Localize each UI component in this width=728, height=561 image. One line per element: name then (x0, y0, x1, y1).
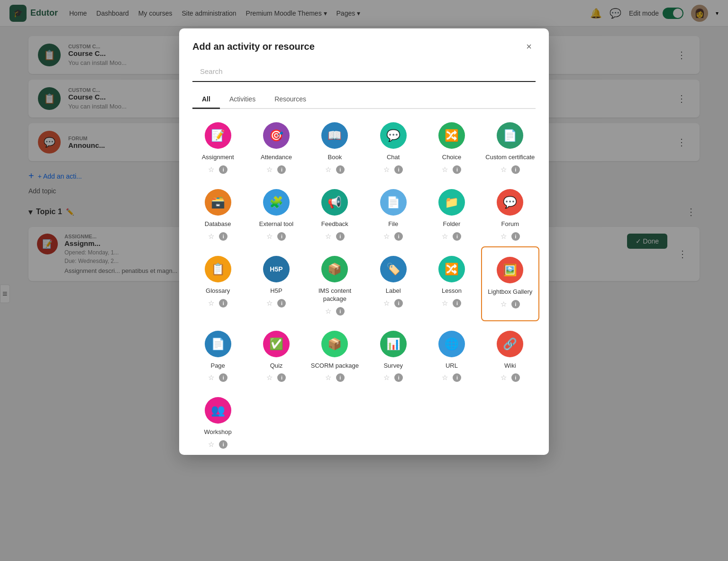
star-button-database[interactable]: ☆ (208, 232, 214, 241)
activity-actions-forum: ☆i (500, 232, 520, 241)
info-button-attendance[interactable]: i (277, 165, 286, 174)
star-button-ims-content-package[interactable]: ☆ (325, 307, 331, 316)
tab-activities[interactable]: Activities (220, 90, 265, 109)
info-button-chat[interactable]: i (394, 165, 403, 174)
info-button-folder[interactable]: i (453, 232, 461, 241)
activity-item-label[interactable]: 🏷️Label☆i (364, 246, 422, 321)
star-button-assignment[interactable]: ☆ (208, 165, 214, 174)
search-input[interactable] (192, 62, 536, 82)
activity-item-wiki[interactable]: 🔗Wiki☆i (481, 321, 539, 388)
activity-icon-scorm-package: 📦 (321, 331, 348, 357)
activity-icon-book: 📖 (321, 122, 348, 149)
star-button-attendance[interactable]: ☆ (266, 165, 273, 174)
activity-item-attendance[interactable]: 🎯Attendance☆i (247, 113, 305, 180)
star-button-lesson[interactable]: ☆ (442, 299, 448, 308)
info-button-assignment[interactable]: i (219, 165, 228, 174)
activity-item-file[interactable]: 📄File☆i (364, 180, 422, 246)
info-button-h5p[interactable]: i (277, 299, 286, 308)
info-button-custom-certificate[interactable]: i (511, 165, 520, 174)
activity-item-database[interactable]: 🗃️Database☆i (189, 180, 247, 246)
star-button-folder[interactable]: ☆ (442, 232, 448, 241)
info-button-quiz[interactable]: i (277, 373, 286, 382)
tab-all[interactable]: All (192, 90, 220, 109)
info-button-file[interactable]: i (394, 232, 403, 241)
activity-name-choice: Choice (442, 154, 461, 162)
info-button-scorm-package[interactable]: i (336, 373, 345, 382)
activity-item-lesson[interactable]: 🔀Lesson☆i (422, 246, 481, 321)
activity-item-quiz[interactable]: ✅Quiz☆i (247, 321, 305, 388)
activity-item-choice[interactable]: 🔀Choice☆i (422, 113, 481, 180)
star-button-forum[interactable]: ☆ (500, 232, 507, 241)
info-button-url[interactable]: i (453, 373, 461, 382)
activity-item-book[interactable]: 📖Book☆i (306, 113, 364, 180)
info-button-glossary[interactable]: i (219, 299, 228, 308)
activity-item-glossary[interactable]: 📋Glossary☆i (189, 246, 247, 321)
star-button-url[interactable]: ☆ (442, 373, 448, 382)
star-button-feedback[interactable]: ☆ (325, 232, 331, 241)
star-button-lightbox-gallery[interactable]: ☆ (500, 300, 507, 308)
activity-name-forum: Forum (501, 220, 519, 228)
activity-name-attendance: Attendance (261, 154, 292, 162)
activity-item-feedback[interactable]: 📢Feedback☆i (306, 180, 364, 246)
star-button-book[interactable]: ☆ (325, 165, 331, 174)
activity-actions-glossary: ☆i (208, 299, 228, 308)
modal-overlay[interactable]: Add an activity or resource × All Activi… (0, 0, 728, 561)
activity-name-url: URL (446, 362, 458, 370)
activity-item-folder[interactable]: 📁Folder☆i (422, 180, 481, 246)
info-button-feedback[interactable]: i (336, 232, 345, 241)
info-button-ims-content-package[interactable]: i (336, 307, 345, 316)
activity-item-lightbox-gallery[interactable]: 🖼️Lightbox Gallery☆i (481, 246, 539, 321)
activity-name-lightbox-gallery: Lightbox Gallery (488, 288, 532, 296)
activity-item-survey[interactable]: 📊Survey☆i (364, 321, 422, 388)
info-button-book[interactable]: i (336, 165, 345, 174)
activity-icon-file: 📄 (380, 189, 407, 216)
star-button-chat[interactable]: ☆ (383, 165, 390, 174)
star-button-survey[interactable]: ☆ (383, 373, 390, 382)
info-button-survey[interactable]: i (394, 373, 403, 382)
star-button-page[interactable]: ☆ (208, 373, 214, 382)
modal-close-button[interactable]: × (522, 40, 536, 53)
star-button-wiki[interactable]: ☆ (500, 373, 507, 382)
activity-actions-page: ☆i (208, 373, 228, 382)
info-button-database[interactable]: i (219, 232, 228, 241)
tab-resources[interactable]: Resources (265, 90, 316, 109)
activity-icon-wiki: 🔗 (497, 331, 523, 357)
activity-icon-external-tool: 🧩 (263, 189, 290, 216)
activity-name-survey: Survey (383, 362, 402, 370)
star-button-workshop[interactable]: ☆ (208, 440, 214, 449)
info-button-label[interactable]: i (394, 299, 403, 308)
info-button-external-tool[interactable]: i (277, 232, 286, 241)
info-button-lightbox-gallery[interactable]: i (511, 300, 520, 308)
activity-item-assignment[interactable]: 📝Assignment☆i (189, 113, 247, 180)
activity-item-workshop[interactable]: 👥Workshop☆i (189, 388, 247, 454)
activity-item-chat[interactable]: 💬Chat☆i (364, 113, 422, 180)
star-button-choice[interactable]: ☆ (442, 165, 448, 174)
activity-actions-scorm-package: ☆i (325, 373, 345, 382)
star-button-custom-certificate[interactable]: ☆ (500, 165, 507, 174)
info-button-workshop[interactable]: i (219, 440, 228, 449)
star-button-file[interactable]: ☆ (383, 232, 390, 241)
activity-item-url[interactable]: 🌐URL☆i (422, 321, 481, 388)
info-button-lesson[interactable]: i (453, 299, 461, 308)
info-button-choice[interactable]: i (453, 165, 461, 174)
star-button-quiz[interactable]: ☆ (266, 373, 273, 382)
star-button-scorm-package[interactable]: ☆ (325, 373, 331, 382)
star-button-glossary[interactable]: ☆ (208, 299, 214, 308)
activity-name-lesson: Lesson (442, 287, 462, 295)
info-button-forum[interactable]: i (511, 232, 520, 241)
modal-search-container (192, 62, 536, 82)
activity-item-ims-content-package[interactable]: 📦IMS content package☆i (306, 246, 364, 321)
star-button-external-tool[interactable]: ☆ (266, 232, 273, 241)
star-button-label[interactable]: ☆ (383, 299, 390, 308)
activity-item-page[interactable]: 📄Page☆i (189, 321, 247, 388)
modal-tabs: All Activities Resources (192, 90, 536, 109)
info-button-page[interactable]: i (219, 373, 228, 382)
activity-item-h5p[interactable]: H5PH5P☆i (247, 246, 305, 321)
activity-icon-feedback: 📢 (321, 189, 348, 216)
activity-item-forum[interactable]: 💬Forum☆i (481, 180, 539, 246)
activity-item-custom-certificate[interactable]: 📄Custom certificate☆i (481, 113, 539, 180)
activity-item-scorm-package[interactable]: 📦SCORM package☆i (306, 321, 364, 388)
activity-item-external-tool[interactable]: 🧩External tool☆i (247, 180, 305, 246)
star-button-h5p[interactable]: ☆ (266, 299, 273, 308)
info-button-wiki[interactable]: i (511, 373, 520, 382)
